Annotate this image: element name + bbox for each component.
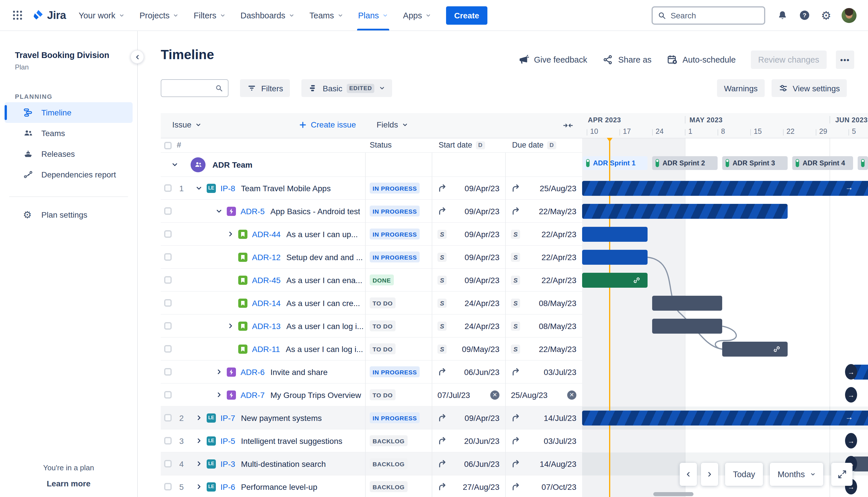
nav-item-teams[interactable]: Teams: [309, 0, 343, 30]
search-input[interactable]: [670, 11, 760, 20]
gantt-bar-adr-5[interactable]: [582, 204, 787, 219]
chevron-right-icon[interactable]: [194, 482, 203, 491]
sidebar-item-dependencies-report[interactable]: Dependencies report: [4, 164, 133, 185]
collapse-fields-icon[interactable]: [563, 120, 574, 131]
issue-key-link[interactable]: IP-5: [220, 436, 235, 445]
chevron-right-icon[interactable]: [194, 413, 203, 422]
gantt-bar-adr-14[interactable]: [652, 296, 722, 311]
issue-key-link[interactable]: ADR-14: [252, 298, 281, 308]
nav-item-projects[interactable]: Projects: [140, 0, 179, 30]
issue-key-link[interactable]: IP-6: [220, 482, 235, 491]
sidebar-item-plan-settings[interactable]: ⚙ Plan settings: [4, 204, 133, 225]
chevron-right-icon[interactable]: [214, 390, 223, 399]
issue-key-link[interactable]: IP-7: [220, 413, 235, 422]
issue-column-header[interactable]: Issue: [172, 120, 202, 129]
sidebar-item-timeline[interactable]: Timeline: [4, 102, 133, 123]
chevron-right-icon[interactable]: [226, 321, 235, 330]
gantt-bar-adr-13[interactable]: [652, 319, 722, 333]
nav-item-your-work[interactable]: Your work: [79, 0, 125, 30]
settings-icon[interactable]: ⚙: [821, 10, 831, 21]
row-checkbox[interactable]: [164, 345, 172, 353]
sprint-chip[interactable]: ADR Sprint 4: [792, 156, 853, 170]
sprint-chip[interactable]: ADR Sprint 2: [652, 156, 718, 170]
chevron-right-icon[interactable]: [194, 436, 203, 445]
issue-key-link[interactable]: ADR-5: [241, 207, 265, 216]
issue-key-link[interactable]: IP-3: [220, 459, 235, 468]
fields-dropdown[interactable]: Fields: [377, 120, 408, 129]
create-button[interactable]: Create: [446, 6, 487, 24]
warnings-button[interactable]: Warnings: [717, 79, 764, 97]
row-checkbox[interactable]: [164, 276, 172, 284]
gantt-bar-ip-8[interactable]: →: [582, 181, 868, 196]
help-icon[interactable]: ?: [798, 9, 811, 21]
issue-key-link[interactable]: ADR-44: [252, 229, 281, 239]
sprint-chip[interactable]: ADR Sprint 1: [583, 156, 648, 170]
row-checkbox[interactable]: [164, 322, 172, 330]
row-checkbox[interactable]: [164, 253, 172, 261]
row-checkbox[interactable]: [164, 207, 172, 215]
sidebar-item-releases[interactable]: Releases: [4, 144, 133, 164]
chevron-right-icon[interactable]: [214, 367, 223, 377]
zoom-level-dropdown[interactable]: Months: [770, 463, 823, 485]
fullscreen-button[interactable]: [831, 463, 853, 485]
nav-item-filters[interactable]: Filters: [194, 0, 226, 30]
sidebar-collapse-button[interactable]: [130, 50, 144, 64]
issue-search-input[interactable]: [166, 84, 215, 93]
auto-schedule-button[interactable]: Auto-schedule: [666, 54, 736, 66]
gantt-bar-ip-7[interactable]: →: [582, 411, 868, 426]
sidebar-item-teams[interactable]: Teams: [4, 123, 133, 144]
remove-date-icon[interactable]: ✕: [490, 390, 500, 399]
row-checkbox[interactable]: [164, 391, 172, 398]
chevron-down-icon[interactable]: [170, 160, 179, 169]
row-checkbox[interactable]: [164, 414, 172, 422]
horizontal-scrollbar[interactable]: [653, 492, 694, 496]
chevron-right-icon[interactable]: [226, 229, 235, 239]
row-checkbox[interactable]: [164, 184, 172, 192]
nav-item-plans[interactable]: Plans: [358, 0, 388, 30]
next-period-button[interactable]: [701, 463, 718, 485]
filters-button[interactable]: Filters: [240, 79, 290, 97]
sprint-chip[interactable]: ADR Sprint 3: [722, 156, 787, 170]
notifications-icon[interactable]: [777, 10, 788, 21]
issue-search-box[interactable]: [161, 79, 229, 97]
prev-period-button[interactable]: [679, 463, 697, 485]
issue-key-link[interactable]: ADR-7: [241, 390, 265, 399]
chevron-right-icon[interactable]: [194, 459, 203, 468]
view-settings-button[interactable]: View settings: [771, 79, 847, 97]
row-checkbox[interactable]: [164, 368, 172, 375]
row-checkbox[interactable]: [164, 460, 172, 467]
row-checkbox[interactable]: [164, 230, 172, 238]
learn-more-link[interactable]: Learn more: [0, 479, 137, 488]
select-all-checkbox[interactable]: [164, 142, 172, 149]
row-checkbox[interactable]: [164, 299, 172, 307]
review-changes-button[interactable]: Review changes: [751, 51, 827, 69]
remove-date-icon[interactable]: ✕: [567, 390, 576, 399]
more-options-button[interactable]: •••: [836, 51, 854, 69]
app-switcher-icon[interactable]: [9, 7, 25, 23]
chevron-down-icon[interactable]: [194, 183, 203, 193]
issue-key-link[interactable]: ADR-12: [252, 252, 281, 261]
offscreen-indicator[interactable]: →: [845, 364, 857, 380]
offscreen-indicator[interactable]: →: [845, 433, 857, 449]
share-as-button[interactable]: Share as: [602, 54, 652, 66]
nav-item-apps[interactable]: Apps: [403, 0, 431, 30]
issue-key-link[interactable]: ADR-6: [241, 367, 265, 377]
issue-key-link[interactable]: ADR-13: [252, 321, 281, 330]
nav-item-dashboards[interactable]: Dashboards: [241, 0, 294, 30]
gantt-bar-adr-44[interactable]: [582, 227, 648, 242]
issue-key-link[interactable]: IP-8: [220, 183, 235, 193]
row-checkbox[interactable]: [164, 483, 172, 491]
give-feedback-button[interactable]: Give feedback: [518, 54, 587, 66]
sprint-chip[interactable]: ADR Sprint 5: [858, 156, 868, 170]
user-avatar[interactable]: [842, 8, 856, 23]
chevron-down-icon[interactable]: [214, 207, 223, 216]
jira-logo[interactable]: Jira: [31, 9, 66, 22]
view-mode-button[interactable]: Basic EDITED: [301, 79, 392, 97]
issue-key-link[interactable]: ADR-45: [252, 275, 281, 285]
gantt-bar-adr-12[interactable]: [582, 250, 648, 265]
row-checkbox[interactable]: [164, 437, 172, 444]
global-search[interactable]: [652, 6, 765, 24]
today-button[interactable]: Today: [725, 463, 763, 485]
create-issue-button[interactable]: Create issue: [299, 120, 356, 129]
offscreen-indicator[interactable]: →: [845, 387, 857, 402]
